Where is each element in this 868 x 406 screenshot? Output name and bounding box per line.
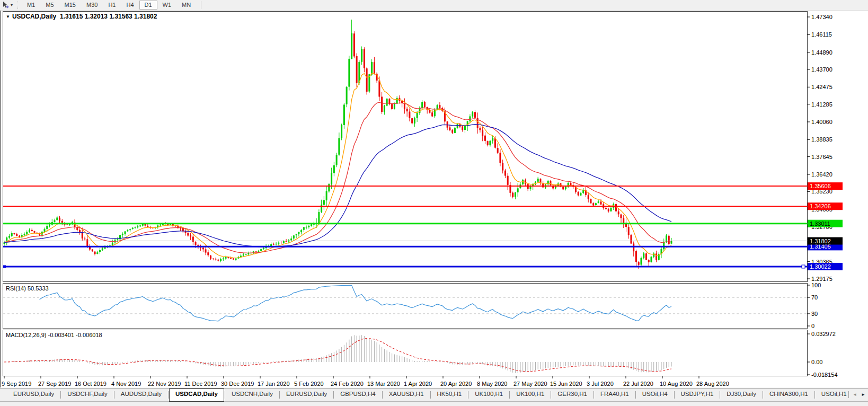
svg-text:1.40060: 1.40060 (811, 119, 832, 125)
svg-text:8 May 2020: 8 May 2020 (477, 381, 507, 387)
chart-tab-eurusd-daily[interactable]: EURUSD,Daily (280, 389, 333, 401)
timeframe-toolbar: ▾ M1M5M15M30H1H4D1W1MN (0, 0, 868, 11)
svg-text:30 Dec 2019: 30 Dec 2019 (221, 381, 254, 387)
tab-separator (814, 391, 815, 399)
svg-text:17 Jan 2020: 17 Jan 2020 (258, 381, 290, 387)
tabs-scroll-right-icon[interactable]: ► (861, 392, 865, 397)
chart-ohlc-values: 1.31615 1.32013 1.31563 1.31802 (60, 13, 157, 20)
chart-tab-usdchf-daily[interactable]: USDCHF,Daily (61, 389, 113, 401)
timeframe-button-h4[interactable]: H4 (121, 1, 139, 10)
svg-text:27 May 2020: 27 May 2020 (513, 381, 547, 387)
tab-separator (430, 391, 431, 399)
tab-separator (674, 391, 675, 399)
svg-text:1.34206: 1.34206 (810, 203, 831, 209)
svg-text:30: 30 (811, 311, 818, 317)
tool-dropdown-caret-icon[interactable]: ▾ (11, 3, 13, 7)
chart-tab-usdjpy-h1[interactable]: USDJPY,H1 (675, 389, 720, 401)
chart-tab-bar: EURUSD,DailyUSDCHF,DailyAUDUSD,DailyUSDC… (0, 388, 868, 406)
macd-indicator-label: MACD(12,26,9) -0.003401 -0.006018 (6, 332, 102, 338)
svg-text:1.38835: 1.38835 (811, 136, 832, 143)
svg-text:1.30022: 1.30022 (810, 263, 831, 270)
svg-text:1.33011: 1.33011 (810, 220, 830, 227)
toolbar-grip[interactable] (17, 2, 18, 8)
svg-text:15 Jun 2020: 15 Jun 2020 (550, 381, 582, 387)
svg-text:0.00: 0.00 (811, 359, 822, 365)
tab-separator (333, 391, 334, 399)
tab-separator (382, 391, 383, 399)
timeframe-button-d1[interactable]: D1 (139, 1, 157, 10)
svg-text:-0.018154: -0.018154 (811, 372, 838, 378)
timeframe-button-mn[interactable]: MN (176, 1, 196, 10)
timeframe-button-w1[interactable]: W1 (157, 1, 177, 10)
price-badge-1.35606: 1.35606 (808, 182, 843, 190)
chart-menu-marker-icon[interactable]: ▼ (6, 14, 10, 19)
price-badge-1.30022: 1.30022 (808, 263, 843, 270)
chart-tab-audusd-daily[interactable]: AUDUSD,Daily (115, 389, 167, 401)
chart-symbol-period: USDCAD,Daily (12, 13, 56, 20)
chart-tab-dj30-daily[interactable]: DJ30,Daily (721, 389, 762, 401)
tab-separator (763, 391, 763, 399)
timeframe-button-m15[interactable]: M15 (59, 1, 81, 10)
timeframe-button-m1[interactable]: M1 (22, 1, 40, 10)
tab-separator (168, 391, 169, 399)
timeframe-button-m5[interactable]: M5 (40, 1, 59, 10)
chart-tab-hk50-h1[interactable]: HK50,H1 (431, 389, 468, 401)
svg-text:24 Feb 2020: 24 Feb 2020 (331, 381, 364, 387)
chart-tab-fra40-h1[interactable]: FRA40,H1 (595, 389, 635, 401)
tab-separator (551, 391, 551, 399)
tab-separator (225, 391, 225, 399)
tab-separator (720, 391, 720, 399)
chart-tab-usdcnh-daily[interactable]: USDCNH,Daily (226, 389, 279, 401)
chart-canvas[interactable]: 1.473401.461151.448901.437001.424751.412… (0, 0, 868, 406)
tab-separator (114, 391, 114, 399)
svg-text:100: 100 (811, 282, 821, 288)
tab-separator (509, 391, 510, 399)
svg-text:9 Sep 2019: 9 Sep 2019 (2, 381, 31, 387)
svg-text:11 Dec 2019: 11 Dec 2019 (184, 381, 217, 387)
chart-tab-xauusd-h1[interactable]: XAUUSD,H1 (383, 389, 430, 401)
svg-text:1.46115: 1.46115 (811, 31, 832, 38)
svg-text:27 Sep 2019: 27 Sep 2019 (38, 381, 71, 387)
svg-text:1.41285: 1.41285 (811, 101, 832, 108)
timeframe-button-m30[interactable]: M30 (81, 1, 103, 10)
chart-tab-uk100-h1[interactable]: UK100,H1 (510, 389, 550, 401)
chart-tab-gbpusd-h4[interactable]: GBPUSD,H4 (334, 389, 381, 401)
svg-text:1.43700: 1.43700 (811, 66, 832, 73)
tab-separator (279, 391, 280, 399)
svg-text:16 Oct 2019: 16 Oct 2019 (75, 381, 107, 387)
chart-tab-usoil-h4[interactable]: USOil,H4 (636, 389, 674, 401)
current-price-badge: 1.31802 (808, 237, 843, 245)
svg-text:5 Feb 2020: 5 Feb 2020 (294, 381, 324, 387)
svg-text:0.032972: 0.032972 (811, 331, 836, 337)
chart-tab-usdcad-daily[interactable]: USDCAD,Daily (169, 389, 224, 402)
svg-text:1.44890: 1.44890 (811, 49, 832, 56)
tabs-scroll-left-icon[interactable]: ◄ (853, 392, 857, 397)
chart-tab-eurusd-daily[interactable]: EURUSD,Daily (7, 389, 60, 401)
cursor-icon (2, 1, 10, 9)
svg-text:13 Mar 2020: 13 Mar 2020 (367, 381, 400, 387)
chart-tab-uk100-h1[interactable]: UK100,H1 (469, 389, 509, 401)
svg-text:1.37645: 1.37645 (811, 154, 832, 160)
svg-text:3 Jul 2020: 3 Jul 2020 (587, 381, 614, 387)
chart-tab-usoil-h1[interactable]: USOil,H1 (816, 389, 853, 401)
pointer-tool-icon[interactable] (2, 1, 10, 9)
chart-tab-ger30-h1[interactable]: GER30,H1 (552, 389, 593, 401)
svg-text:1.35606: 1.35606 (810, 183, 831, 189)
toolbar-separator (201, 1, 201, 9)
chart-tab-china300-h1[interactable]: CHINA300,H1 (764, 389, 814, 401)
price-badge-1.34206: 1.34206 (808, 202, 843, 210)
svg-text:1.47340: 1.47340 (811, 14, 832, 20)
svg-text:1.36420: 1.36420 (811, 171, 832, 178)
timeframe-button-h1[interactable]: H1 (103, 1, 121, 10)
svg-text:28 Aug 2020: 28 Aug 2020 (696, 381, 729, 387)
svg-text:1.42475: 1.42475 (811, 84, 832, 90)
svg-text:4 Nov 2019: 4 Nov 2019 (111, 381, 141, 387)
hline-handle-left[interactable] (3, 265, 6, 268)
hline-handle-right[interactable] (802, 265, 805, 268)
svg-text:22 Jul 2020: 22 Jul 2020 (623, 381, 653, 387)
tab-separator (468, 391, 468, 399)
svg-text:1 Apr 2020: 1 Apr 2020 (404, 381, 432, 387)
tab-separator (60, 391, 61, 399)
chart-title: ▼USDCAD,Daily 1.31615 1.32013 1.31563 1.… (6, 13, 157, 20)
svg-text:22 Nov 2019: 22 Nov 2019 (148, 381, 181, 387)
